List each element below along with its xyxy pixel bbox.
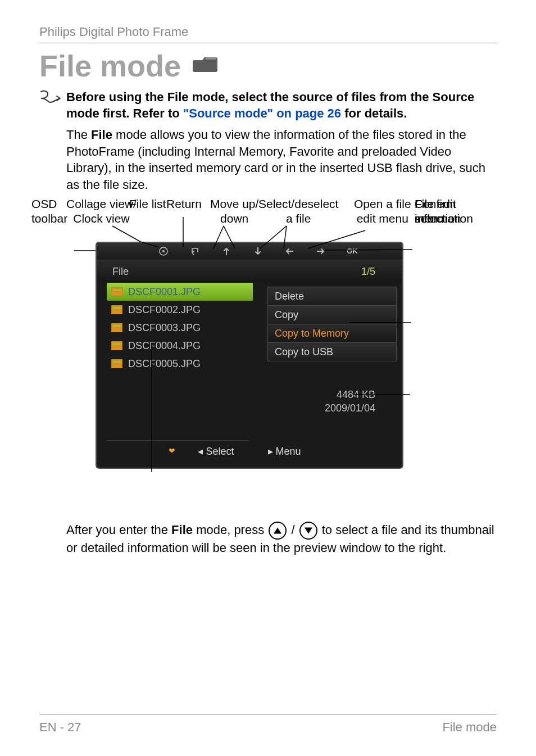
file-name: DSCF0003.JPG (128, 321, 201, 334)
intro-text: The File mode allows you to view the inf… (39, 126, 497, 193)
diagram: Collage view/ Clock view Return Move up/… (39, 197, 497, 517)
file-info: 4484 KB 2009/01/04 (325, 388, 375, 415)
file-name: DSCF0004.JPG (128, 339, 201, 352)
screenshot-title: File (112, 265, 129, 278)
screenshot-title-bar: File 1/5 (97, 260, 402, 283)
label-file-info: File information (415, 197, 473, 227)
arrow-up-icon (221, 246, 231, 256)
hint-select: ◂ Select (198, 445, 234, 458)
list-separator (107, 440, 248, 441)
file-mode-icon (191, 52, 219, 79)
label-collage: Collage view/ Clock view (66, 197, 137, 227)
title-row: File mode (39, 46, 497, 87)
file-icon (111, 305, 122, 314)
file-name: DSCF0001.JPG (128, 285, 201, 298)
intro-bold: File (91, 128, 112, 142)
label-select-deselect: Select/deselect a file (258, 197, 338, 227)
footer-rule (39, 714, 497, 714)
ok-label: OK (347, 246, 358, 256)
edit-menu-item[interactable]: Copy to Memory (267, 324, 397, 342)
hint-menu: ▸ Menu (268, 445, 301, 458)
list-item[interactable]: DSCF0001.JPG (107, 283, 253, 301)
edit-menu-item[interactable]: Copy to USB (267, 342, 397, 361)
note-row: Before using the File mode, select the s… (39, 89, 497, 122)
file-name: DSCF0002.JPG (128, 303, 201, 316)
file-edit-menu: Delete Copy Copy to Memory Copy to USB (267, 287, 397, 361)
arrow-down-icon (253, 246, 263, 256)
footer-right: File mode (442, 719, 497, 736)
after-pre: After you enter the (66, 523, 171, 537)
edit-menu-item[interactable]: Copy (267, 305, 397, 324)
screenshot-page: 1/5 (361, 265, 375, 278)
file-size: 4484 KB (325, 388, 375, 401)
file-icon (111, 323, 122, 332)
page-footer: EN - 27 File mode (39, 708, 497, 736)
screenshot-toolbar: OK (97, 243, 402, 260)
intro-pre: The (66, 128, 91, 142)
list-item[interactable]: DSCF0003.JPG (107, 319, 253, 337)
note-link[interactable]: "Source mode" on page 26 (183, 106, 341, 120)
ok-icon: OK (347, 246, 357, 256)
header-rule (39, 43, 497, 43)
return-icon (190, 246, 200, 256)
note-text: Before using the File mode, select the s… (66, 89, 497, 122)
arrow-left-icon (284, 246, 294, 256)
page-title: File mode (39, 46, 181, 87)
arrow-right-icon (316, 246, 326, 256)
label-osd: OSD toolbar (31, 197, 67, 227)
file-name: DSCF0005.JPG (128, 357, 201, 370)
note-post: for details. (341, 106, 407, 120)
label-file-list: File list (129, 197, 166, 211)
after-mid: mode, press (193, 523, 267, 537)
after-sep: / (288, 523, 298, 537)
file-icon (111, 287, 122, 296)
list-item[interactable]: DSCF0005.JPG (107, 355, 253, 373)
up-button-icon (269, 522, 287, 540)
after-bold: File (171, 523, 193, 537)
file-icon (111, 359, 122, 368)
intro-post: mode allows you to view the information … (66, 128, 485, 192)
edit-menu-item[interactable]: Delete (267, 287, 397, 305)
label-return: Return (166, 197, 202, 211)
file-icon (111, 341, 122, 350)
collage-icon (158, 246, 169, 256)
heart-icon: ❤ (169, 446, 175, 456)
file-date: 2009/01/04 (325, 401, 375, 415)
label-move: Move up/ down (210, 197, 258, 227)
hint-bar: ◂ Select ▸ Menu (198, 445, 301, 458)
down-button-icon (299, 522, 317, 540)
svg-point-1 (162, 250, 165, 252)
screenshot: OK File 1/5 DSCF0001.JPG DSCF0002.JPG DS… (96, 242, 403, 469)
list-item[interactable]: DSCF0002.JPG (107, 301, 253, 319)
label-open-edit: Open a file edit menu (354, 197, 411, 227)
note-icon (39, 90, 62, 109)
page-header: Philips Digital Photo Frame (39, 24, 497, 40)
footer-left: EN - 27 (39, 719, 81, 736)
list-item[interactable]: DSCF0004.JPG (107, 337, 253, 355)
after-text: After you enter the File mode, press / t… (39, 522, 497, 556)
